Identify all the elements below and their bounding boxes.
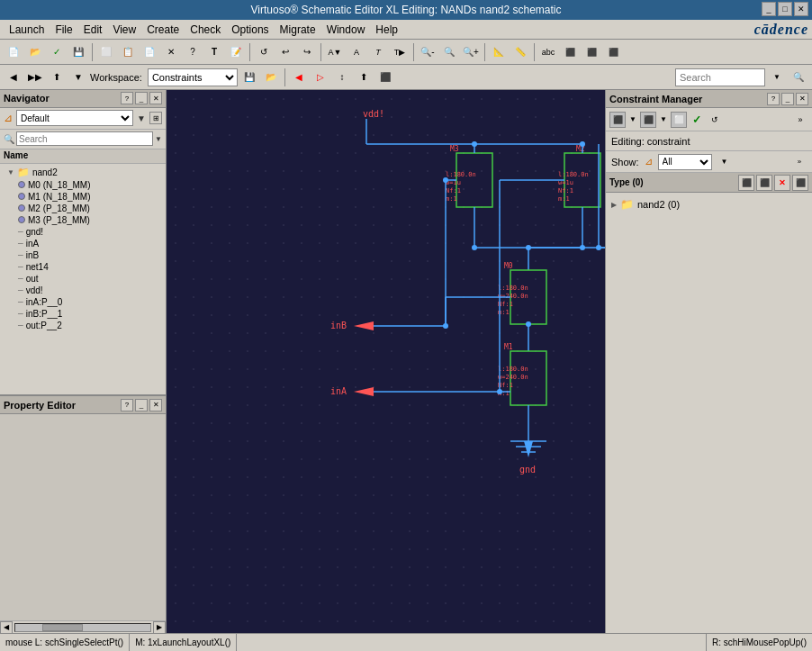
cm-tb-dd2[interactable]: ▼: [658, 112, 669, 128]
prop-close-btn[interactable]: ✕: [149, 399, 162, 411]
nav-item-ina[interactable]: ─ inA: [0, 238, 166, 249]
font-size-btn[interactable]: A: [347, 42, 366, 62]
zoom-dropdown[interactable]: A▼: [325, 42, 345, 62]
prop-minimize-btn[interactable]: _: [135, 399, 148, 411]
nav-item-m3[interactable]: M3 (P_18_MM): [0, 214, 166, 226]
nav-close-btn[interactable]: ✕: [149, 92, 162, 104]
cm-tb-reset[interactable]: ↺: [707, 112, 723, 128]
constraint-btn2[interactable]: ▷: [311, 68, 330, 87]
close-button[interactable]: ✕: [794, 2, 808, 16]
cm-show-select[interactable]: All: [658, 154, 712, 170]
nav-item-inb[interactable]: ─ inB: [0, 249, 166, 261]
cm-tb-dd1[interactable]: ▼: [627, 112, 638, 128]
cm-col-btn2[interactable]: ⬛: [756, 175, 772, 191]
cm-tb-check[interactable]: ✓: [689, 112, 705, 128]
text-align-btn[interactable]: T▶: [390, 42, 410, 62]
new-button[interactable]: 📄: [4, 42, 23, 62]
forward-btn[interactable]: ▶▶: [25, 68, 45, 87]
nav-filter-dropdown[interactable]: ▼: [137, 113, 146, 123]
redo-button[interactable]: ↪: [297, 42, 317, 62]
nav-item-m1[interactable]: M1 (N_18_MM): [0, 191, 166, 203]
select-button[interactable]: ⬜: [96, 42, 116, 62]
help-button[interactable]: ?: [183, 42, 203, 62]
constraint-btn5[interactable]: ⬛: [375, 68, 395, 87]
workspace-select[interactable]: Constraints: [148, 68, 238, 86]
nav-item-inaP0[interactable]: ─ inA:P__0: [0, 296, 166, 308]
nav-search-input[interactable]: [16, 131, 153, 146]
copy-button[interactable]: 📋: [118, 42, 138, 62]
nav-item-gnd[interactable]: ─ gnd!: [0, 226, 166, 238]
zoom-in-button[interactable]: 🔍+: [461, 42, 481, 62]
nav-item-m2[interactable]: M2 (P_18_MM): [0, 203, 166, 214]
scrollbar-track[interactable]: [14, 623, 151, 632]
note-button[interactable]: 📝: [226, 42, 246, 62]
cm-col-btn4[interactable]: ⬛: [792, 175, 808, 191]
maximize-button[interactable]: □: [778, 2, 792, 16]
nav-help-btn[interactable]: ?: [121, 92, 133, 104]
scroll-right-btn[interactable]: ▶: [153, 621, 166, 634]
nav-extra-btn[interactable]: ⊞: [149, 112, 162, 124]
constraint-btn1[interactable]: ◀: [289, 68, 309, 87]
nav-item-net14[interactable]: ─ net14: [0, 261, 166, 273]
back-btn[interactable]: ◀: [4, 68, 23, 87]
schematic-canvas[interactable]: vdd! M3 l:180.0n w=1u Nf:1 m:1 M2 l:180.…: [167, 90, 605, 633]
nav-item-out[interactable]: ─ out: [0, 273, 166, 285]
cm-col-btn1[interactable]: ⬛: [738, 175, 754, 191]
undo-button[interactable]: ↩: [275, 42, 295, 62]
scroll-left-btn[interactable]: ◀: [0, 621, 13, 634]
extra-btn2[interactable]: ⬛: [582, 42, 601, 62]
zoom-fit-button[interactable]: 🔍: [439, 42, 459, 62]
cm-tb-btn2[interactable]: ⬛: [640, 112, 656, 128]
menu-migrate[interactable]: Migrate: [275, 22, 321, 38]
zoom-out-button[interactable]: 🔍-: [418, 42, 438, 62]
menu-window[interactable]: Window: [321, 22, 371, 38]
open-button[interactable]: 📂: [25, 42, 45, 62]
extra-btn1[interactable]: ⬛: [560, 42, 580, 62]
workspace-save-btn[interactable]: 💾: [239, 68, 259, 87]
up-btn[interactable]: ⬆: [47, 68, 67, 87]
nav-item-m0[interactable]: M0 (N_18_MM): [0, 179, 166, 191]
cm-help-btn[interactable]: ?: [767, 93, 780, 105]
cm-show-btn1[interactable]: ▼: [717, 155, 732, 169]
ruler-button[interactable]: 📏: [510, 42, 530, 62]
text-style-btn[interactable]: T: [368, 42, 388, 62]
menu-view[interactable]: View: [107, 22, 141, 38]
nav-item-inbP1[interactable]: ─ inB:P__1: [0, 308, 166, 320]
menu-options[interactable]: Options: [226, 22, 274, 38]
save-button[interactable]: 💾: [68, 42, 88, 62]
cm-tree-item-nand2[interactable]: ▶ 📁 nand2 (0): [606, 196, 812, 212]
nav-minimize-btn[interactable]: _: [135, 92, 148, 104]
rotate-button[interactable]: ↺: [254, 42, 274, 62]
paste-button[interactable]: 📄: [140, 42, 159, 62]
nav-item-outP2[interactable]: ─ out:P__2: [0, 320, 166, 331]
nav-item-nand2[interactable]: ▼ 📁 nand2: [0, 166, 166, 179]
cm-minimize-btn[interactable]: _: [781, 93, 794, 105]
down-btn[interactable]: ▼: [68, 68, 88, 87]
constraint-btn4[interactable]: ⬆: [354, 68, 374, 87]
menu-check[interactable]: Check: [185, 22, 226, 38]
cm-col-btn3[interactable]: ✕: [774, 175, 790, 191]
cm-tb-btn1[interactable]: ⬛: [609, 112, 626, 128]
search-icon[interactable]: 🔍: [789, 68, 808, 87]
label-button[interactable]: abc: [538, 42, 558, 62]
extra-btn3[interactable]: ⬛: [603, 42, 623, 62]
nav-item-vdd[interactable]: ─ vdd!: [0, 285, 166, 296]
menu-launch[interactable]: Launch: [4, 22, 50, 38]
menu-create[interactable]: Create: [141, 22, 185, 38]
measure-button[interactable]: 📐: [489, 42, 509, 62]
scrollbar-thumb[interactable]: [42, 624, 83, 631]
menu-file[interactable]: File: [50, 22, 77, 38]
search-dropdown[interactable]: ▼: [767, 68, 787, 87]
cm-tb-btn3[interactable]: ⬜: [671, 112, 687, 128]
search-input[interactable]: [675, 68, 765, 86]
menu-edit[interactable]: Edit: [78, 22, 108, 38]
constraint-btn3[interactable]: ↕: [332, 68, 352, 87]
menu-help[interactable]: Help: [370, 22, 403, 38]
text-button[interactable]: T: [204, 42, 224, 62]
cm-show-btn2[interactable]: »: [792, 155, 807, 169]
nav-search-dd[interactable]: ▼: [155, 135, 162, 143]
minimize-button[interactable]: _: [762, 2, 776, 16]
cm-tb-extra[interactable]: »: [792, 112, 808, 128]
check-button[interactable]: ✓: [47, 42, 67, 62]
cm-close-btn[interactable]: ✕: [796, 93, 808, 105]
